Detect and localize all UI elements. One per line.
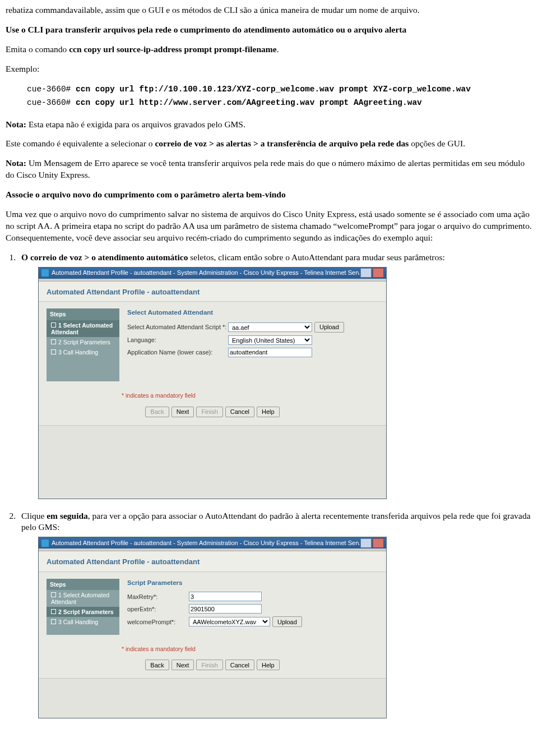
command: ccn copy url ftp://10.100.10.123/XYZ-cor… [76, 85, 471, 94]
paragraph: Exemplo: [6, 63, 532, 75]
step-2[interactable]: 2 Script Parameters [47, 337, 119, 347]
welcomeprompt-select[interactable]: AAWelcometoXYZ.wav [189, 617, 270, 626]
code-block: cue-3660# ccn copy url ftp://10.100.10.1… [27, 83, 532, 110]
step-label: 2 Script Parameters [58, 339, 110, 345]
step-3[interactable]: 3 Call Handling [47, 347, 119, 357]
paragraph: Este comando é equivalente a selecionar … [6, 138, 532, 150]
operextn-input[interactable] [189, 604, 262, 614]
steps-header: Steps [47, 579, 119, 590]
finish-button: Finish [196, 407, 222, 417]
language-select[interactable]: English (United States) [228, 335, 312, 345]
step-label: 3 Call Handling [58, 349, 98, 356]
back-button[interactable]: Back [145, 660, 169, 670]
command-text: ccn copy url source-ip-address prompt pr… [69, 44, 276, 54]
action-text: em seguida [47, 511, 88, 520]
appname-input[interactable] [228, 348, 312, 357]
ie-icon [41, 539, 49, 547]
button-row: Back Next Finish Cancel Help [39, 407, 386, 425]
step-3[interactable]: 3 Call Handling [47, 617, 119, 627]
back-button: Back [145, 407, 169, 417]
upload-button[interactable]: Upload [314, 322, 344, 333]
page-title: Automated Attendant Profile - autoattend… [39, 282, 386, 302]
note-text: Um Mensagem de Erro aparece se você tent… [6, 158, 525, 179]
minimize-icon[interactable] [360, 268, 372, 278]
close-icon[interactable] [373, 538, 384, 548]
field-label: operExtn*: [127, 605, 189, 614]
steps-sidebar: Steps 1 Select Automated Attendant 2 Scr… [47, 579, 119, 635]
close-icon[interactable] [373, 268, 384, 278]
prompt: cue-3660# [27, 98, 76, 107]
titlebar: Automated Attendant Profile - autoattend… [39, 537, 386, 548]
paragraph: rebatiza commandavailable, assim que o G… [6, 4, 532, 16]
step-label: 1 Select Automated Attendant [51, 592, 109, 605]
cancel-button[interactable]: Cancel [225, 407, 254, 417]
next-button[interactable]: Next [171, 660, 194, 670]
checkbox-icon [51, 592, 56, 597]
paragraph: Emita o comando ccn copy url source-ip-a… [6, 44, 532, 56]
form-area: Script Parameters MaxRetry*: operExtn*: … [127, 579, 378, 635]
button-row: Back Next Finish Cancel Help [39, 660, 386, 678]
step-2[interactable]: 2 Script Parameters [47, 607, 119, 617]
checkbox-icon [51, 619, 56, 624]
step-1[interactable]: 1 Select Automated Attendant [47, 320, 119, 337]
screenshot-window: Automated Attendant Profile - autoattend… [38, 267, 387, 499]
window-title: Automated Attendant Profile - autoattend… [52, 539, 359, 547]
note: Nota: Um Mensagem de Erro aparece se voc… [6, 158, 532, 181]
step-1[interactable]: 1 Select Automated Attendant [47, 590, 119, 607]
note-label: Nota: [6, 119, 26, 129]
text: Clique [21, 511, 47, 520]
cancel-button[interactable]: Cancel [225, 660, 254, 670]
checkbox-icon [51, 339, 56, 344]
statusbar [39, 678, 386, 718]
text: Emita o comando [6, 44, 69, 54]
form-title: Script Parameters [127, 579, 378, 588]
checkbox-icon [51, 322, 56, 328]
text: opções de GUI. [409, 139, 465, 148]
field-label: MaxRetry*: [127, 593, 189, 601]
screenshot-window: Automated Attendant Profile - autoattend… [38, 537, 387, 718]
minimize-icon[interactable] [360, 538, 372, 548]
checkbox-icon [51, 349, 56, 354]
menu-path: O correio de voz > o atendimento automát… [21, 252, 188, 262]
steps-header: Steps [47, 308, 119, 320]
text: seletos, clicam então sobre o AutoAttend… [188, 252, 444, 262]
window-title: Automated Attendant Profile - autoattend… [52, 269, 359, 277]
text: , para ver a opção para associar o AutoA… [21, 511, 531, 532]
list-item: Clique em seguida, para ver a opção para… [18, 510, 532, 719]
list-item: O correio de voz > o atendimento automát… [18, 252, 532, 499]
maxretry-input[interactable] [189, 592, 262, 601]
ie-icon [41, 269, 49, 277]
help-button[interactable]: Help [257, 660, 280, 670]
note: Nota: Esta etapa não é exigida para os a… [6, 119, 532, 131]
heading: Associe o arquivo novo do cumprimento co… [6, 189, 532, 201]
form-area: Select Automated Attendant Select Automa… [127, 308, 378, 381]
menu-path: correio de voz > as alertas > a transfer… [155, 139, 409, 148]
heading: Use o CLI para transferir arquivos pela … [6, 24, 532, 36]
paragraph: Uma vez que o arquivo novo do cumpriment… [6, 209, 532, 244]
checkbox-icon [51, 609, 56, 614]
steps-sidebar: Steps 1 Select Automated Attendant 2 Scr… [47, 308, 119, 381]
prompt: cue-3660# [27, 85, 76, 94]
form-title: Select Automated Attendant [127, 308, 378, 317]
field-label: Application Name (lower case): [127, 348, 228, 357]
finish-button: Finish [196, 660, 222, 670]
statusbar [39, 425, 386, 499]
note-text: Esta etapa não é exigida para os arquivo… [26, 119, 245, 129]
step-label: 1 Select Automated Attendant [51, 322, 113, 335]
next-button[interactable]: Next [171, 407, 194, 417]
field-label: Select Automated Attendant Script *: [127, 323, 228, 331]
mandatory-note: * indicates a mandatory field [39, 386, 386, 406]
field-label: welcomePrompt*: [127, 618, 189, 626]
mandatory-note: * indicates a mandatory field [39, 639, 386, 660]
text: Este comando é equivalente a selecionar … [6, 139, 155, 148]
page-title: Automated Attendant Profile - autoattend… [39, 551, 386, 572]
field-label: Language: [127, 336, 228, 344]
step-label: 2 Script Parameters [58, 609, 114, 615]
help-button[interactable]: Help [257, 407, 280, 417]
upload-button[interactable]: Upload [272, 616, 302, 627]
step-label: 3 Call Handling [58, 619, 98, 625]
titlebar: Automated Attendant Profile - autoattend… [39, 268, 386, 279]
note-label: Nota: [6, 158, 26, 168]
text: . [277, 44, 279, 54]
script-select[interactable]: aa.aef [228, 322, 312, 332]
